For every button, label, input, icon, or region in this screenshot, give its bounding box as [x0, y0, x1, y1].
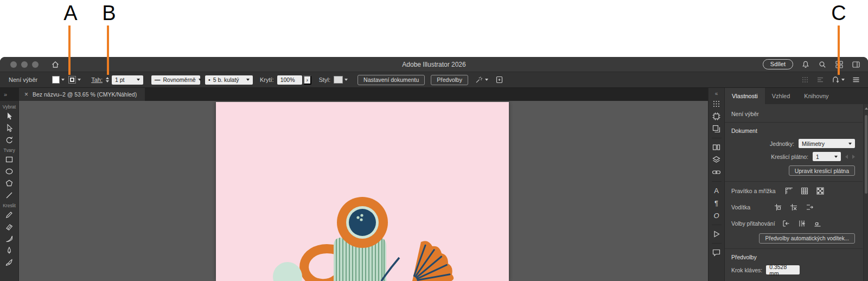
close-tab-icon[interactable]: × [24, 91, 28, 98]
select-similar-button[interactable] [475, 75, 488, 84]
show-grid-button[interactable] [800, 187, 809, 195]
eraser-tool[interactable] [2, 221, 17, 233]
stroke-weight-chevron-down-icon[interactable] [137, 79, 140, 81]
fill-chevron-down-icon[interactable] [61, 79, 65, 81]
stroke-profile-dropdown[interactable]: — Rovnoměrně [151, 75, 200, 85]
links-panel-button[interactable] [710, 166, 723, 178]
stroke-weight-combobox[interactable]: 1 pt [112, 75, 143, 85]
workspace-switcher-button[interactable] [852, 60, 860, 69]
show-guides-button[interactable] [773, 203, 782, 212]
artboard-chevron-down-icon[interactable] [834, 156, 838, 158]
tab-appearance[interactable]: Vzhled [765, 88, 797, 104]
stroke-profile-value[interactable]: Rovnoměrně [163, 76, 196, 83]
close-window-button[interactable] [10, 61, 17, 68]
tab-overflow-icon[interactable]: » [0, 88, 19, 101]
stepper-down-icon[interactable] [106, 80, 109, 82]
artboard-value[interactable]: 1 [816, 154, 819, 160]
annotation-line-a [68, 25, 71, 75]
next-artboard-button[interactable] [852, 155, 855, 159]
smart-guides-preferences-button[interactable]: Předvolby automatických vodítek... [759, 233, 855, 244]
knife-tool[interactable] [2, 233, 17, 245]
fill-swatch[interactable] [52, 76, 60, 84]
comments-panel-button[interactable] [710, 246, 723, 259]
pencil-tool[interactable] [2, 209, 17, 221]
units-value[interactable]: Milimetry [802, 140, 825, 147]
opacity-field[interactable]: 100% [277, 75, 302, 85]
align-options-button[interactable] [816, 75, 825, 84]
artboards-panel-button[interactable] [710, 110, 723, 123]
document-tab[interactable]: × Bez názvu–2 @ 53.65 % (CMYK/Náhled) [19, 88, 145, 101]
stroke-weight-stepper[interactable] [106, 77, 109, 82]
snap-to-glyph-button[interactable] [813, 219, 822, 228]
appearance-panel-button[interactable]: O [710, 209, 723, 222]
artboard[interactable] [216, 102, 509, 281]
style-swatch[interactable] [334, 76, 343, 84]
edit-artboards-button[interactable]: Upravit kreslicí plátna [789, 165, 855, 176]
character-panel-button[interactable]: A [710, 184, 723, 197]
document-setup-button[interactable]: Nastavení dokumentu [358, 75, 425, 85]
canvas[interactable] [19, 101, 708, 281]
brush-value[interactable]: 5 b. kulatý [213, 76, 239, 83]
opacity-flyout-button[interactable]: › [303, 75, 311, 85]
share-button[interactable]: Sdílet [763, 59, 793, 69]
graphic-style-dropdown[interactable] [334, 76, 348, 84]
history-chevron-down-icon[interactable] [841, 79, 845, 81]
pen-tool[interactable] [2, 245, 17, 257]
minimize-window-button[interactable] [21, 61, 28, 68]
selection-tool[interactable] [2, 110, 17, 122]
pages-panel-button[interactable] [710, 141, 723, 154]
snap-options-button[interactable] [801, 75, 809, 84]
zoom-window-button[interactable] [32, 61, 39, 68]
asset-export-panel-button[interactable] [710, 123, 723, 135]
new-document-button[interactable] [495, 75, 504, 84]
rotate-view-tool[interactable] [2, 134, 17, 146]
direct-selection-tool[interactable] [2, 122, 17, 134]
snap-grid-panel-button[interactable] [710, 98, 723, 110]
notifications-button[interactable] [801, 60, 810, 69]
search-button[interactable] [818, 60, 827, 69]
paragraph-panel-button[interactable]: ¶ [710, 197, 723, 209]
panel-scrollbar[interactable] [863, 104, 868, 281]
control-panel-menu-button[interactable] [852, 75, 860, 84]
snap-to-point-button[interactable] [782, 219, 791, 228]
history-button[interactable] [831, 75, 845, 84]
keyboard-increment-field[interactable]: 0.3528 mm [766, 265, 800, 274]
show-rulers-button[interactable] [784, 187, 794, 195]
home-button[interactable] [51, 60, 60, 69]
brush-tool[interactable] [2, 257, 17, 269]
transparency-grid-button[interactable] [816, 187, 825, 195]
units-dropdown[interactable]: Milimetry [799, 139, 855, 148]
scrollbar-thumb[interactable] [865, 115, 867, 194]
tab-properties[interactable]: Vlastnosti [725, 88, 765, 104]
stroke-weight-value[interactable]: 1 pt [115, 76, 125, 83]
brush-chevron-down-icon[interactable] [246, 79, 250, 81]
stroke-swatch[interactable] [68, 76, 76, 84]
fill-color-control[interactable] [52, 76, 65, 84]
artboard-dropdown[interactable]: 1 [813, 152, 841, 161]
lock-guides-button[interactable] [789, 203, 798, 212]
snap-to-grid-button[interactable] [797, 219, 807, 228]
tab-libraries[interactable]: Knihovny [797, 88, 835, 104]
rectangle-tool[interactable] [2, 154, 17, 165]
actions-panel-button[interactable] [710, 228, 723, 240]
scroll-up-icon[interactable] [865, 107, 868, 110]
stroke-color-control[interactable] [68, 76, 81, 84]
stroke-weight-label[interactable]: Tah: [91, 76, 103, 83]
previous-artboard-button[interactable] [845, 155, 848, 159]
stroke-chevron-down-icon[interactable] [78, 79, 81, 81]
ellipse-tool[interactable] [2, 165, 17, 177]
polygon-tool[interactable] [2, 177, 17, 189]
keyboard-increment-value[interactable]: 0.3528 mm [769, 264, 796, 277]
select-similar-chevron-down-icon[interactable] [485, 79, 488, 81]
make-guides-button[interactable] [805, 203, 814, 212]
layers-panel-button[interactable] [710, 154, 723, 166]
units-chevron-down-icon[interactable] [848, 143, 852, 145]
preferences-button[interactable]: Předvolby [431, 75, 468, 85]
opacity-value[interactable]: 100% [280, 76, 295, 83]
stroke-profile-chevron-down-icon[interactable] [199, 79, 202, 81]
stepper-up-icon[interactable] [106, 77, 109, 79]
style-chevron-down-icon[interactable] [344, 79, 348, 81]
brush-dropdown[interactable]: • 5 b. kulatý [205, 75, 253, 85]
expand-panels-icon[interactable]: « [715, 89, 718, 98]
line-tool[interactable] [2, 189, 17, 201]
